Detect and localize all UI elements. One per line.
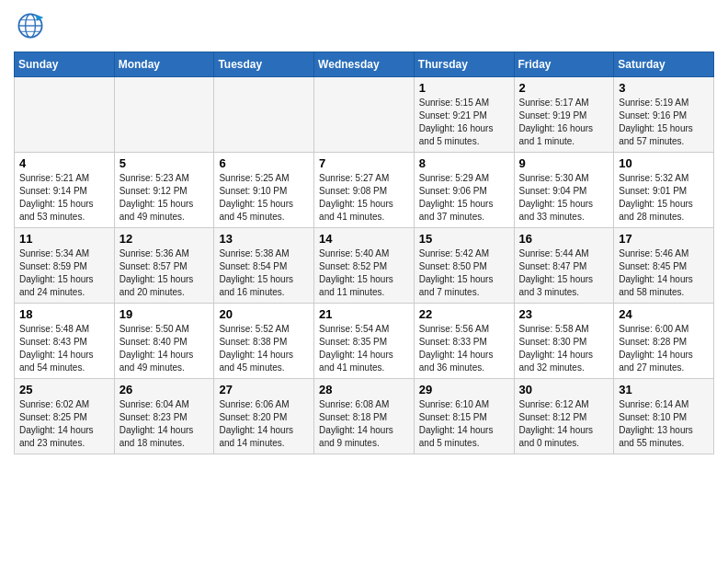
day-info: Sunrise: 5:23 AM Sunset: 9:12 PM Dayligh… <box>119 172 210 224</box>
day-info: Sunrise: 6:12 AM Sunset: 8:12 PM Dayligh… <box>519 398 609 450</box>
day-info: Sunrise: 6:04 AM Sunset: 8:23 PM Dayligh… <box>119 398 210 450</box>
day-number: 7 <box>319 156 409 170</box>
day-number: 2 <box>519 81 609 95</box>
day-number: 20 <box>219 307 309 321</box>
calendar-cell: 3Sunrise: 5:19 AM Sunset: 9:16 PM Daylig… <box>614 77 714 153</box>
calendar-cell <box>314 77 415 153</box>
calendar-table: SundayMondayTuesdayWednesdayThursdayFrid… <box>14 52 714 454</box>
calendar-cell: 6Sunrise: 5:25 AM Sunset: 9:10 PM Daylig… <box>214 153 314 228</box>
calendar-cell: 15Sunrise: 5:42 AM Sunset: 8:50 PM Dayli… <box>414 228 514 304</box>
day-number: 1 <box>419 81 509 95</box>
calendar-cell: 17Sunrise: 5:46 AM Sunset: 8:45 PM Dayli… <box>614 228 714 304</box>
day-info: Sunrise: 5:36 AM Sunset: 8:57 PM Dayligh… <box>119 247 210 299</box>
calendar-cell: 29Sunrise: 6:10 AM Sunset: 8:15 PM Dayli… <box>414 379 514 454</box>
day-info: Sunrise: 5:38 AM Sunset: 8:54 PM Dayligh… <box>219 247 309 299</box>
day-number: 10 <box>619 156 709 170</box>
calendar-cell: 23Sunrise: 5:58 AM Sunset: 8:30 PM Dayli… <box>514 304 614 379</box>
calendar-cell: 7Sunrise: 5:27 AM Sunset: 9:08 PM Daylig… <box>314 153 415 228</box>
day-info: Sunrise: 5:30 AM Sunset: 9:04 PM Dayligh… <box>519 172 609 224</box>
calendar-week-row: 25Sunrise: 6:02 AM Sunset: 8:25 PM Dayli… <box>15 379 714 454</box>
calendar-cell: 21Sunrise: 5:54 AM Sunset: 8:35 PM Dayli… <box>314 304 415 379</box>
day-number: 28 <box>319 383 409 396</box>
calendar-cell: 26Sunrise: 6:04 AM Sunset: 8:23 PM Dayli… <box>114 379 214 454</box>
calendar-cell: 25Sunrise: 6:02 AM Sunset: 8:25 PM Dayli… <box>15 379 115 454</box>
day-info: Sunrise: 5:58 AM Sunset: 8:30 PM Dayligh… <box>519 323 609 374</box>
day-number: 23 <box>519 307 609 321</box>
calendar-cell: 1Sunrise: 5:15 AM Sunset: 9:21 PM Daylig… <box>414 77 514 153</box>
day-info: Sunrise: 6:10 AM Sunset: 8:15 PM Dayligh… <box>419 398 509 450</box>
day-info: Sunrise: 5:48 AM Sunset: 8:43 PM Dayligh… <box>19 323 109 374</box>
calendar-cell: 8Sunrise: 5:29 AM Sunset: 9:06 PM Daylig… <box>414 153 514 228</box>
day-info: Sunrise: 5:56 AM Sunset: 8:33 PM Dayligh… <box>419 323 509 374</box>
calendar-cell: 2Sunrise: 5:17 AM Sunset: 9:19 PM Daylig… <box>514 77 614 153</box>
day-info: Sunrise: 6:02 AM Sunset: 8:25 PM Dayligh… <box>19 398 109 450</box>
calendar-cell <box>15 77 115 153</box>
day-number: 3 <box>619 81 709 95</box>
day-info: Sunrise: 6:06 AM Sunset: 8:20 PM Dayligh… <box>219 398 309 450</box>
day-number: 16 <box>519 232 609 246</box>
day-number: 11 <box>19 232 109 246</box>
calendar-cell: 30Sunrise: 6:12 AM Sunset: 8:12 PM Dayli… <box>514 379 614 454</box>
day-info: Sunrise: 5:29 AM Sunset: 9:06 PM Dayligh… <box>419 172 509 224</box>
weekday-header-friday: Friday <box>514 52 614 77</box>
day-number: 27 <box>219 383 309 396</box>
day-info: Sunrise: 5:52 AM Sunset: 8:38 PM Dayligh… <box>219 323 309 374</box>
calendar-cell: 19Sunrise: 5:50 AM Sunset: 8:40 PM Dayli… <box>114 304 214 379</box>
day-number: 9 <box>519 156 609 170</box>
day-number: 29 <box>419 383 509 396</box>
page-header <box>14 9 714 42</box>
day-number: 22 <box>419 307 509 321</box>
day-info: Sunrise: 6:00 AM Sunset: 8:28 PM Dayligh… <box>619 323 709 374</box>
day-number: 18 <box>19 307 109 321</box>
day-info: Sunrise: 5:46 AM Sunset: 8:45 PM Dayligh… <box>619 247 709 299</box>
calendar-cell: 10Sunrise: 5:32 AM Sunset: 9:01 PM Dayli… <box>614 153 714 228</box>
calendar-cell: 5Sunrise: 5:23 AM Sunset: 9:12 PM Daylig… <box>114 153 214 228</box>
day-number: 21 <box>319 307 409 321</box>
calendar-cell: 20Sunrise: 5:52 AM Sunset: 8:38 PM Dayli… <box>214 304 314 379</box>
day-info: Sunrise: 6:14 AM Sunset: 8:10 PM Dayligh… <box>619 398 709 450</box>
day-number: 12 <box>119 232 210 246</box>
day-number: 14 <box>319 232 409 246</box>
calendar-cell: 9Sunrise: 5:30 AM Sunset: 9:04 PM Daylig… <box>514 153 614 228</box>
day-info: Sunrise: 5:27 AM Sunset: 9:08 PM Dayligh… <box>319 172 409 224</box>
weekday-header-tuesday: Tuesday <box>214 52 314 77</box>
weekday-header-sunday: Sunday <box>15 52 115 77</box>
calendar-cell: 14Sunrise: 5:40 AM Sunset: 8:52 PM Dayli… <box>314 228 415 304</box>
calendar-cell <box>114 77 214 153</box>
calendar-cell: 22Sunrise: 5:56 AM Sunset: 8:33 PM Dayli… <box>414 304 514 379</box>
day-info: Sunrise: 5:44 AM Sunset: 8:47 PM Dayligh… <box>519 247 609 299</box>
day-info: Sunrise: 5:34 AM Sunset: 8:59 PM Dayligh… <box>19 247 109 299</box>
day-info: Sunrise: 5:40 AM Sunset: 8:52 PM Dayligh… <box>319 247 409 299</box>
day-number: 31 <box>619 383 709 396</box>
weekday-header-thursday: Thursday <box>414 52 514 77</box>
day-info: Sunrise: 6:08 AM Sunset: 8:18 PM Dayligh… <box>319 398 409 450</box>
day-number: 19 <box>119 307 210 321</box>
calendar-week-row: 4Sunrise: 5:21 AM Sunset: 9:14 PM Daylig… <box>15 153 714 228</box>
calendar-cell: 13Sunrise: 5:38 AM Sunset: 8:54 PM Dayli… <box>214 228 314 304</box>
day-number: 26 <box>119 383 210 396</box>
calendar-cell: 28Sunrise: 6:08 AM Sunset: 8:18 PM Dayli… <box>314 379 415 454</box>
calendar-cell: 4Sunrise: 5:21 AM Sunset: 9:14 PM Daylig… <box>15 153 115 228</box>
day-number: 13 <box>219 232 309 246</box>
weekday-header-row: SundayMondayTuesdayWednesdayThursdayFrid… <box>15 52 714 77</box>
day-number: 4 <box>19 156 109 170</box>
calendar-week-row: 18Sunrise: 5:48 AM Sunset: 8:43 PM Dayli… <box>15 304 714 379</box>
calendar-week-row: 11Sunrise: 5:34 AM Sunset: 8:59 PM Dayli… <box>15 228 714 304</box>
day-number: 30 <box>519 383 609 396</box>
calendar-cell: 18Sunrise: 5:48 AM Sunset: 8:43 PM Dayli… <box>15 304 115 379</box>
day-info: Sunrise: 5:17 AM Sunset: 9:19 PM Dayligh… <box>519 97 609 148</box>
calendar-cell: 27Sunrise: 6:06 AM Sunset: 8:20 PM Dayli… <box>214 379 314 454</box>
day-number: 8 <box>419 156 509 170</box>
calendar-cell: 16Sunrise: 5:44 AM Sunset: 8:47 PM Dayli… <box>514 228 614 304</box>
day-info: Sunrise: 5:15 AM Sunset: 9:21 PM Dayligh… <box>419 97 509 148</box>
day-info: Sunrise: 5:32 AM Sunset: 9:01 PM Dayligh… <box>619 172 709 224</box>
calendar-cell: 12Sunrise: 5:36 AM Sunset: 8:57 PM Dayli… <box>114 228 214 304</box>
day-number: 5 <box>119 156 210 170</box>
calendar-cell: 11Sunrise: 5:34 AM Sunset: 8:59 PM Dayli… <box>15 228 115 304</box>
day-info: Sunrise: 5:19 AM Sunset: 9:16 PM Dayligh… <box>619 97 709 148</box>
weekday-header-wednesday: Wednesday <box>314 52 415 77</box>
day-info: Sunrise: 5:50 AM Sunset: 8:40 PM Dayligh… <box>119 323 210 374</box>
calendar-cell: 31Sunrise: 6:14 AM Sunset: 8:10 PM Dayli… <box>614 379 714 454</box>
calendar-cell: 24Sunrise: 6:00 AM Sunset: 8:28 PM Dayli… <box>614 304 714 379</box>
day-number: 25 <box>19 383 109 396</box>
